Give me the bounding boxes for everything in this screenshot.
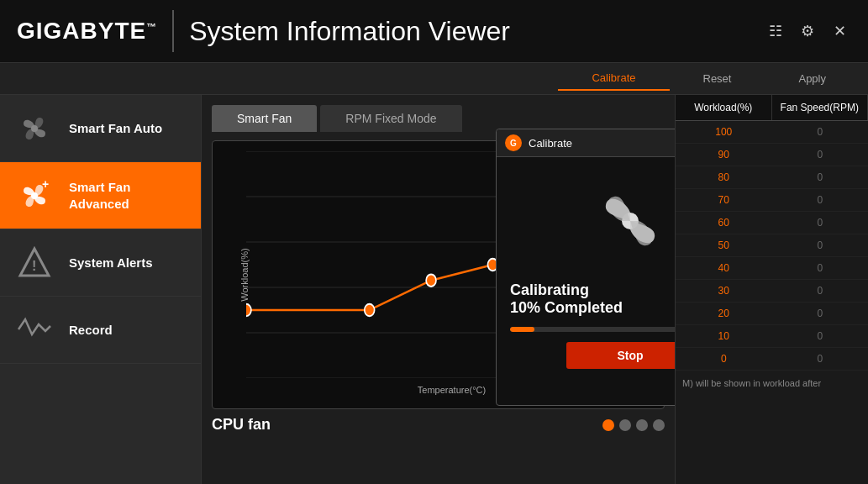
- dialog-title: Calibrate: [529, 137, 675, 150]
- table-cell-workload: 90: [676, 144, 772, 166]
- fan-name-label: CPU fan: [212, 416, 592, 434]
- sidebar: Smart Fan Auto + Smart Fan Advanced: [0, 95, 202, 484]
- svg-point-24: [246, 304, 251, 317]
- table-row: 10 0: [676, 325, 868, 348]
- header-divider: [172, 10, 174, 52]
- tab-smart-fan[interactable]: Smart Fan: [212, 105, 317, 132]
- table-cell-speed: 0: [772, 302, 869, 324]
- table-cell-workload: 20: [676, 302, 772, 324]
- table-row: 50 0: [676, 234, 868, 257]
- table-cell-workload: 10: [676, 325, 772, 347]
- svg-text:!: !: [32, 259, 36, 273]
- chart-y-label: Workload(%): [239, 248, 250, 301]
- table-row: 90 0: [676, 144, 868, 166]
- table-header-speed: Fan Speed(RPM): [772, 95, 869, 120]
- table-cell-workload: 0: [676, 348, 772, 370]
- table-cell-workload: 50: [676, 234, 772, 256]
- table-header-workload: Workload(%): [676, 95, 772, 120]
- table-cell-speed: 0: [772, 144, 869, 166]
- dialog-progress-fill: [510, 327, 534, 332]
- table-cell-workload: 70: [676, 189, 772, 211]
- dialog-body: Calibrating 10% Completed Stop: [497, 157, 675, 405]
- calibrate-button[interactable]: Calibrate: [558, 66, 669, 91]
- sidebar-item-record[interactable]: Record: [0, 297, 201, 364]
- table-cell-workload: 30: [676, 280, 772, 302]
- grid-icon[interactable]: ☷: [764, 19, 787, 43]
- svg-point-26: [426, 274, 436, 287]
- close-icon[interactable]: ✕: [828, 19, 851, 43]
- table-row: 60 0: [676, 212, 868, 234]
- reset-button[interactable]: Reset: [670, 67, 765, 90]
- gear-icon[interactable]: ⚙: [796, 19, 819, 43]
- table-row: 40 0: [676, 257, 868, 280]
- header: GIGABYTE™ System Information Viewer ☷ ⚙ …: [0, 0, 868, 63]
- sidebar-item-smart-fan-advanced-label: Smart Fan Advanced: [69, 179, 187, 212]
- sidebar-item-smart-fan-auto-label: Smart Fan Auto: [69, 120, 162, 137]
- sidebar-item-smart-fan-advanced[interactable]: + Smart Fan Advanced: [0, 162, 201, 229]
- table-cell-speed: 0: [772, 234, 869, 256]
- table-body: 100 0 90 0 80 0 70 0 60 0 50 0 40 0 30 0…: [676, 121, 868, 371]
- sidebar-item-system-alerts[interactable]: ! System Alerts: [0, 229, 201, 297]
- table-row: 100 0: [676, 121, 868, 144]
- svg-point-25: [365, 304, 375, 317]
- alert-icon: !: [13, 242, 55, 284]
- dialog-status-line1: Calibrating: [510, 281, 675, 299]
- apply-button[interactable]: Apply: [765, 67, 860, 90]
- table-header: Workload(%) Fan Speed(RPM): [676, 95, 868, 121]
- fan-icon: [13, 108, 55, 150]
- sidebar-item-system-alerts-label: System Alerts: [69, 255, 153, 271]
- table-row: 0 0: [676, 348, 868, 371]
- toolbar: Calibrate Reset Apply: [0, 63, 868, 95]
- sidebar-item-smart-fan-auto[interactable]: Smart Fan Auto: [0, 95, 201, 162]
- calibrate-dialog[interactable]: G Calibrate ×: [496, 129, 675, 406]
- dialog-titlebar: G Calibrate ×: [497, 129, 675, 157]
- dialog-brand-icon: G: [505, 134, 522, 151]
- table-row: 80 0: [676, 166, 868, 189]
- table-cell-speed: 0: [772, 212, 869, 234]
- fan-dot-4[interactable]: [653, 419, 665, 431]
- main-layout: Smart Fan Auto + Smart Fan Advanced: [0, 95, 868, 484]
- content: Smart Fan RPM Fixed Mode Workload(%) 100…: [202, 95, 675, 484]
- fan-dots: [602, 419, 665, 431]
- header-icons: ☷ ⚙ ✕: [764, 19, 851, 43]
- table-cell-speed: 0: [772, 348, 869, 370]
- table-cell-workload: 100: [676, 121, 772, 143]
- table-cell-speed: 0: [772, 121, 869, 143]
- table-cell-speed: 0: [772, 189, 869, 211]
- table-cell-speed: 0: [772, 280, 869, 302]
- table-cell-speed: 0: [772, 325, 869, 347]
- stop-button[interactable]: Stop: [566, 342, 675, 369]
- fan-plus-icon: +: [13, 175, 55, 217]
- dialog-status-line2: 10% Completed: [510, 299, 675, 317]
- fan-dot-1[interactable]: [602, 419, 614, 431]
- fan-dot-3[interactable]: [636, 419, 648, 431]
- table-cell-workload: 80: [676, 166, 772, 188]
- bottom-bar: CPU fan: [212, 416, 665, 434]
- table-cell-speed: 0: [772, 166, 869, 188]
- logo: GIGABYTE™: [17, 18, 157, 45]
- table-cell-workload: 40: [676, 257, 772, 279]
- fan-dot-2[interactable]: [619, 419, 631, 431]
- table-row: 70 0: [676, 189, 868, 212]
- table-row: 30 0: [676, 280, 868, 302]
- sidebar-item-record-label: Record: [69, 322, 113, 339]
- dialog-progress-bar: [510, 327, 675, 332]
- dialog-fan-animation: [580, 171, 675, 271]
- svg-text:+: +: [42, 177, 49, 191]
- header-title: System Information Viewer: [189, 16, 764, 47]
- table-row: 20 0: [676, 302, 868, 325]
- info-text: M) will be shown in workload after: [676, 371, 868, 397]
- record-icon: [13, 309, 55, 351]
- table-cell-speed: 0: [772, 257, 869, 279]
- tab-rpm-fixed[interactable]: RPM Fixed Mode: [320, 105, 461, 132]
- right-panel: Workload(%) Fan Speed(RPM) 100 0 90 0 80…: [675, 95, 868, 484]
- table-cell-workload: 60: [676, 212, 772, 234]
